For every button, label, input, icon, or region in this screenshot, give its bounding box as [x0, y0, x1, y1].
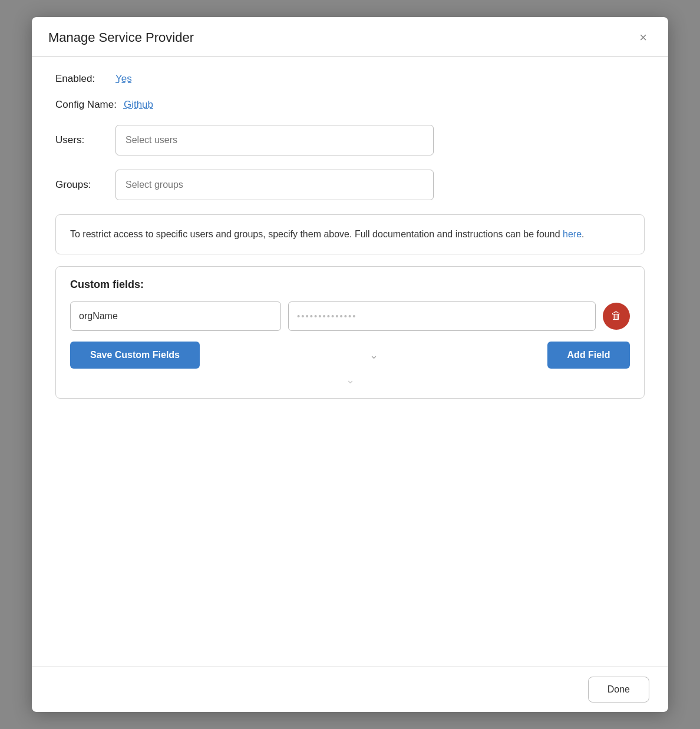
save-custom-fields-button[interactable]: Save Custom Fields — [70, 342, 200, 369]
chevron-down-icon: ⌄ — [369, 349, 378, 362]
groups-label: Groups: — [55, 179, 108, 191]
custom-field-value-input[interactable] — [288, 301, 596, 331]
info-box-text: To restrict access to specific users and… — [70, 229, 584, 239]
info-box-link[interactable]: here — [563, 229, 582, 239]
enabled-value-link[interactable]: Yes — [115, 73, 132, 85]
spacer: ⌄ — [207, 349, 540, 362]
users-row: Users: — [55, 125, 645, 155]
info-text-before: To restrict access to specific users and… — [70, 229, 563, 239]
add-field-button[interactable]: Add Field — [547, 342, 630, 369]
modal-title: Manage Service Provider — [48, 30, 194, 45]
info-box: To restrict access to specific users and… — [55, 214, 645, 254]
config-name-label: Config Name: — [55, 99, 117, 111]
modal-header: Manage Service Provider × — [32, 17, 668, 57]
config-name-link[interactable]: Github — [124, 99, 153, 111]
users-label: Users: — [55, 134, 108, 146]
delete-field-button[interactable]: 🗑 — [603, 303, 630, 330]
modal-footer: Done — [32, 667, 668, 712]
modal-body: Enabled: Yes Config Name: Github Users: … — [32, 57, 668, 667]
config-name-row: Config Name: Github — [55, 99, 645, 111]
enabled-label: Enabled: — [55, 73, 108, 85]
info-text-after: . — [582, 229, 584, 239]
modal-container: Manage Service Provider × Enabled: Yes C… — [32, 17, 668, 712]
scroll-hint: ⌄ — [70, 373, 630, 386]
enabled-row: Enabled: Yes — [55, 73, 645, 85]
custom-fields-actions: Save Custom Fields ⌄ Add Field — [70, 342, 630, 369]
users-input[interactable] — [115, 125, 434, 155]
trash-icon: 🗑 — [611, 310, 622, 322]
groups-row: Groups: — [55, 170, 645, 200]
custom-fields-box: Custom fields: 🗑 Save Custom Fields ⌄ Ad… — [55, 266, 645, 399]
custom-field-row: 🗑 — [70, 301, 630, 331]
custom-fields-title: Custom fields: — [70, 279, 630, 291]
groups-input[interactable] — [115, 170, 434, 200]
close-button[interactable]: × — [635, 29, 652, 47]
scroll-chevron-icon: ⌄ — [346, 373, 355, 386]
custom-field-name-input[interactable] — [70, 301, 281, 331]
done-button[interactable]: Done — [588, 677, 649, 703]
